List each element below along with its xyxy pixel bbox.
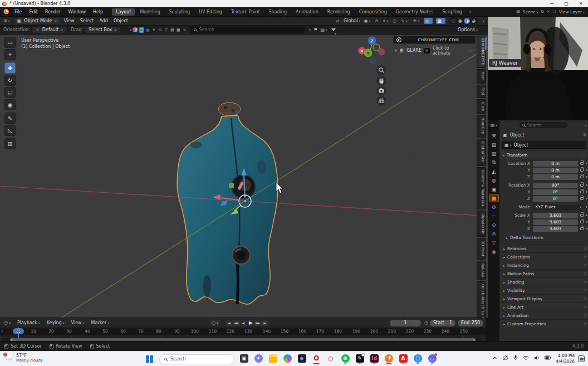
axis-navigation-gizmo[interactable]: Z X Y <box>358 37 385 65</box>
taskbar-search-input[interactable]: Search <box>159 354 234 364</box>
workspace-tab[interactable]: Modeling <box>136 8 164 16</box>
workspace-tab[interactable]: Shading <box>264 8 291 16</box>
maximize-button[interactable]: ▢ <box>559 0 574 7</box>
color-wheel-icon[interactable] <box>133 27 138 32</box>
options-button[interactable]: Options <box>458 27 478 32</box>
filter-image-icon[interactable]: ▤ <box>169 27 175 33</box>
sidebar-tab[interactable]: HumGen <box>477 115 486 137</box>
filter-particles-icon[interactable]: ✦ <box>151 27 156 33</box>
timeline-menu-item[interactable]: View <box>71 320 85 325</box>
animate-dot-icon[interactable] <box>586 184 587 186</box>
value-field[interactable]: 0 m <box>533 161 578 167</box>
viewport-menu-item[interactable]: Object <box>114 18 128 23</box>
frame-tick[interactable]: 30 <box>63 329 75 334</box>
frame-tick[interactable]: 60 <box>117 329 129 334</box>
properties-editor-type-icon[interactable]: ▤ <box>491 123 498 128</box>
animate-dot-icon[interactable] <box>586 176 587 178</box>
pin-icon[interactable] <box>583 133 586 138</box>
rotate-tool-icon[interactable]: ↻ <box>4 75 16 86</box>
properties-section-header[interactable]: Custom Properties <box>499 319 588 328</box>
frame-tick[interactable]: 70 <box>135 329 146 334</box>
cursor-tool-icon[interactable]: ⌖ <box>4 49 16 60</box>
viewport-search-input[interactable]: Search <box>190 27 305 33</box>
frame-tick[interactable]: 120 <box>225 329 236 334</box>
sidebar-tab[interactable]: 3D Print <box>477 238 486 260</box>
blender-icon[interactable] <box>384 354 393 363</box>
photos-app-icon[interactable]: ▣ <box>239 354 248 363</box>
copilot-icon[interactable] <box>283 354 292 363</box>
viewport-nav-buttons[interactable] <box>376 65 386 106</box>
krita-icon[interactable]: ✎ <box>355 354 364 363</box>
lock-icon[interactable] <box>580 221 584 223</box>
close-button[interactable]: ✕ <box>574 0 588 7</box>
orientation-dropdown[interactable]: ⊥Default <box>32 27 66 33</box>
animate-dot-icon[interactable] <box>586 198 587 199</box>
new-scene-icon[interactable]: ⧉ <box>541 9 544 14</box>
scene-selector[interactable]: Scene <box>523 9 538 14</box>
shading-wireframe-icon[interactable]: ○ <box>450 18 457 24</box>
search-options-dropdown[interactable] <box>308 27 311 32</box>
annotate-tool-icon[interactable]: ✎ <box>4 113 16 124</box>
animate-dot-icon[interactable] <box>586 228 587 230</box>
zoom-button[interactable] <box>376 65 386 75</box>
workspace-tab[interactable]: Layout <box>112 8 135 16</box>
display-mode-icon[interactable]: ▤ <box>321 27 328 32</box>
view-layer-selector[interactable]: View Layer <box>559 9 585 14</box>
grip-icon[interactable] <box>584 280 587 284</box>
drag-dropdown[interactable]: Select Box <box>85 27 120 33</box>
speaker-icon[interactable] <box>534 355 540 360</box>
frame-tick[interactable]: 170 <box>315 329 326 334</box>
shading-rendered-icon[interactable]: ◕ <box>471 18 477 24</box>
frame-tick[interactable]: 190 <box>351 329 362 334</box>
transform-orientation-selector[interactable]: Global <box>344 18 361 23</box>
workspace-tab[interactable]: Texture Paint <box>227 8 264 16</box>
workspace-tab[interactable]: Geometry Nodes <box>392 8 437 16</box>
frame-tick[interactable]: 150 <box>279 329 290 334</box>
auto-keying-button[interactable]: ○ <box>209 320 220 326</box>
workspace-tab[interactable]: Animation <box>292 8 322 16</box>
frame-tick[interactable]: 220 <box>404 329 415 334</box>
lock-icon[interactable] <box>580 197 584 200</box>
start-button[interactable] <box>146 355 153 363</box>
frame-tick[interactable]: 130 <box>243 329 254 334</box>
grip-icon[interactable] <box>584 296 587 301</box>
battery-icon[interactable] <box>545 355 551 360</box>
opera-gx-icon[interactable]: ○ <box>326 354 335 363</box>
object-type-icon[interactable]: ▣ <box>504 143 512 148</box>
frame-tick[interactable]: 250 <box>458 329 469 334</box>
frame-tick[interactable]: 180 <box>332 329 344 334</box>
chat-app-icon[interactable]: ✦ <box>254 354 263 363</box>
lock-icon[interactable] <box>580 227 584 230</box>
shading-material-icon[interactable]: ◑ <box>464 18 470 24</box>
filter-mesh-icon[interactable]: ▢ <box>139 27 144 33</box>
menu-item[interactable]: File <box>13 9 23 15</box>
xray-toggle[interactable]: ▩ <box>436 18 445 24</box>
frame-tick[interactable]: 210 <box>386 329 398 334</box>
lock-icon[interactable] <box>580 175 584 178</box>
falloff-icon[interactable]: ∿ <box>401 18 408 23</box>
lock-icon[interactable] <box>580 162 584 165</box>
frame-tick[interactable]: 80 <box>153 329 164 334</box>
sidebar-scrollbar[interactable] <box>485 37 487 50</box>
blender-menu-icon[interactable] <box>3 9 9 14</box>
play-reverse-button[interactable]: ◀ <box>239 320 247 326</box>
transform-tool-icon[interactable]: ◉ <box>4 99 16 110</box>
animate-dot-icon[interactable] <box>586 191 587 193</box>
proportional-editing-icon[interactable]: ○ <box>393 18 396 23</box>
animate-dot-icon[interactable] <box>586 221 587 223</box>
timeline-menu-item[interactable]: Playback <box>17 320 40 325</box>
viewport-menu-item[interactable]: Select <box>80 18 94 23</box>
show-gizmo-toggle[interactable]: ✛ <box>412 18 421 24</box>
lock-icon[interactable] <box>580 191 584 193</box>
filter-surface-icon[interactable]: ◍ <box>145 27 150 33</box>
sidebar-tab[interactable]: Tool <box>477 85 486 98</box>
frame-tick[interactable]: 50 <box>100 329 111 334</box>
properties-section-header[interactable]: Line Art <box>499 302 588 311</box>
filter-dropdown[interactable] <box>129 27 131 32</box>
unlink-scene-icon[interactable]: ✕ <box>547 9 550 14</box>
workspace-tab[interactable]: UV Editing <box>195 8 226 16</box>
sidebar-tab[interactable]: View <box>477 99 486 114</box>
filter-curve-icon[interactable]: ∿ <box>182 27 187 33</box>
grip-icon[interactable] <box>584 313 587 318</box>
properties-section-header[interactable]: Motion Paths <box>499 269 588 277</box>
